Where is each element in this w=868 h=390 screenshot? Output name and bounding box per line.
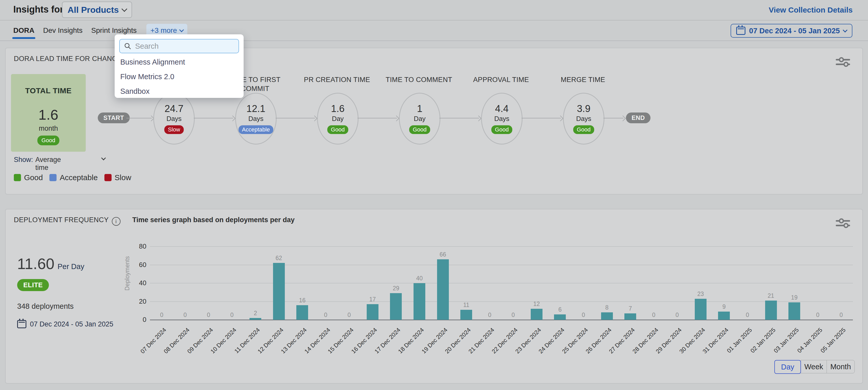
calendar-icon xyxy=(17,320,26,328)
bar-value-label: 66 xyxy=(433,251,453,258)
bar-value-label: 2 xyxy=(245,310,266,317)
chevron-down-icon xyxy=(179,27,184,32)
calendar-icon xyxy=(736,27,745,35)
total-deployments-label: 348 deployments xyxy=(17,302,74,311)
bar xyxy=(296,305,308,320)
toggle-day[interactable]: Day xyxy=(774,360,801,374)
bar xyxy=(390,293,402,320)
legend-item-slow: Slow xyxy=(104,173,131,182)
flow-arrow xyxy=(358,118,397,118)
flow-arrow xyxy=(126,118,152,118)
flow-arrowhead-icon xyxy=(558,116,563,121)
collection-selector-button[interactable]: All Products xyxy=(62,2,132,18)
deployment-frequency-title-text: DEPLOYMENT FREQUENCY xyxy=(14,216,109,224)
bar-value-label: 8 xyxy=(597,304,617,311)
stage-rating-badge: Slow xyxy=(164,125,184,134)
gridline xyxy=(150,265,853,265)
page-title: Insights for xyxy=(13,4,63,15)
total-time-rating-badge: Good xyxy=(37,136,59,145)
legend-label: Good xyxy=(24,173,43,182)
deployment-frequency-card: DEPLOYMENT FREQUENCYi Time series graph … xyxy=(5,209,863,384)
y-axis-title: Deployments xyxy=(124,235,131,312)
tab-dev-insights[interactable]: Dev Insights xyxy=(43,21,83,40)
deployment-rate-value: 11.60 xyxy=(17,255,55,272)
dropdown-item-business-alignment[interactable]: Business Alignment xyxy=(115,55,244,69)
flow-arrow xyxy=(439,118,479,118)
stage-circle-time-to-first-commit: 12.1DaysAcceptable xyxy=(235,93,277,144)
legend-label: Slow xyxy=(115,173,131,182)
bar-value-label: 62 xyxy=(269,255,289,261)
info-icon[interactable]: i xyxy=(112,217,121,226)
legend-item-acceptable: Acceptable xyxy=(50,173,97,182)
stage-value: 1.6 xyxy=(331,103,345,114)
bar-value-label: 0 xyxy=(222,312,242,318)
dropdown-search xyxy=(119,39,239,53)
legend-item-good: Good xyxy=(14,173,43,182)
stage-label-time-to-comment: TIME TO COMMENT xyxy=(385,75,452,84)
flow-arrowhead-icon xyxy=(312,116,317,121)
flow-arrowhead-icon xyxy=(476,116,482,121)
bar-value-label: 29 xyxy=(385,285,406,292)
legend-swatch-good xyxy=(14,174,21,181)
collection-selector-label: All Products xyxy=(67,5,119,15)
stage-circle-stage-1: 24.7DaysSlow xyxy=(153,93,195,144)
tab-dora[interactable]: DORA xyxy=(13,21,34,40)
stage-unit: Day xyxy=(332,115,344,123)
bar xyxy=(695,299,707,320)
stage-circle-time-to-comment: 1DayGood xyxy=(399,93,440,144)
flow-arrow xyxy=(276,118,315,118)
show-value: Average time xyxy=(35,156,61,172)
search-input[interactable] xyxy=(134,42,235,51)
chevron-down-icon xyxy=(843,28,847,32)
stage-unit: Day xyxy=(414,115,426,123)
bar-value-label: 0 xyxy=(152,312,172,318)
dropdown-item-sandbox[interactable]: Sandbox xyxy=(115,84,244,99)
view-collection-details-link[interactable]: View Collection Details xyxy=(769,6,852,15)
search-icon xyxy=(124,42,131,50)
flow-arrowhead-icon xyxy=(230,116,236,121)
bar-value-label: 11 xyxy=(456,302,476,308)
toggle-week[interactable]: Week xyxy=(801,360,827,373)
stage-rating-badge: Acceptable xyxy=(239,125,274,134)
page-header: Insights for All Products View Collectio… xyxy=(0,0,868,21)
flow-end-badge: END xyxy=(626,112,650,123)
bar-value-label: 0 xyxy=(737,312,758,318)
x-tick-label: 13 Dec 2024 xyxy=(267,327,308,368)
flow-arrowhead-icon xyxy=(620,116,626,121)
bar xyxy=(765,301,777,320)
gridline xyxy=(150,301,853,302)
toggle-month[interactable]: Month xyxy=(827,360,855,373)
bar-value-label: 0 xyxy=(573,312,594,318)
legend-label: Acceptable xyxy=(60,173,97,182)
bar-value-label: 0 xyxy=(808,312,828,318)
widget-settings-icon[interactable] xyxy=(836,56,850,68)
bar-value-label: 0 xyxy=(315,312,336,318)
x-tick-label: 29 Dec 2024 xyxy=(642,327,683,368)
deployment-rate-unit: Per Day xyxy=(58,262,85,271)
bar xyxy=(249,318,261,320)
stage-circle-pr-creation-time: 1.6DayGood xyxy=(317,93,359,144)
stage-label-approval-time: APPROVAL TIME xyxy=(468,75,534,84)
bar-value-label: 21 xyxy=(761,292,781,299)
date-range-picker[interactable]: 07 Dec 2024 - 05 Jan 2025 xyxy=(731,24,852,38)
bar-value-label: 7 xyxy=(620,305,641,312)
bar xyxy=(531,309,542,320)
x-tick-label: 07 Dec 2024 xyxy=(126,327,167,368)
flow-arrowhead-icon xyxy=(394,116,399,121)
bar-value-label: 12 xyxy=(526,301,547,307)
flow-start-badge: START xyxy=(98,112,130,123)
gridline xyxy=(150,246,853,247)
x-tick-label: 27 Dec 2024 xyxy=(595,327,637,368)
total-time-label: TOTAL TIME xyxy=(25,86,72,95)
date-range-label: 07 Dec 2024 - 05 Jan 2025 xyxy=(749,27,840,35)
y-tick-label: 80 xyxy=(131,243,146,250)
flow-arrow xyxy=(522,118,561,118)
bar-value-label: 0 xyxy=(503,312,523,318)
bar-value-label: 0 xyxy=(667,312,687,318)
stage-value: 3.9 xyxy=(577,103,591,114)
bar-value-label: 0 xyxy=(831,312,851,318)
dropdown-item-flow-metrics-2-0[interactable]: Flow Metrics 2.0 xyxy=(115,69,244,84)
granularity-toggle: DayWeekMonth xyxy=(775,360,855,374)
chart-subtitle: Time series graph based on deployments p… xyxy=(132,216,294,224)
widget-settings-icon[interactable] xyxy=(836,217,850,229)
